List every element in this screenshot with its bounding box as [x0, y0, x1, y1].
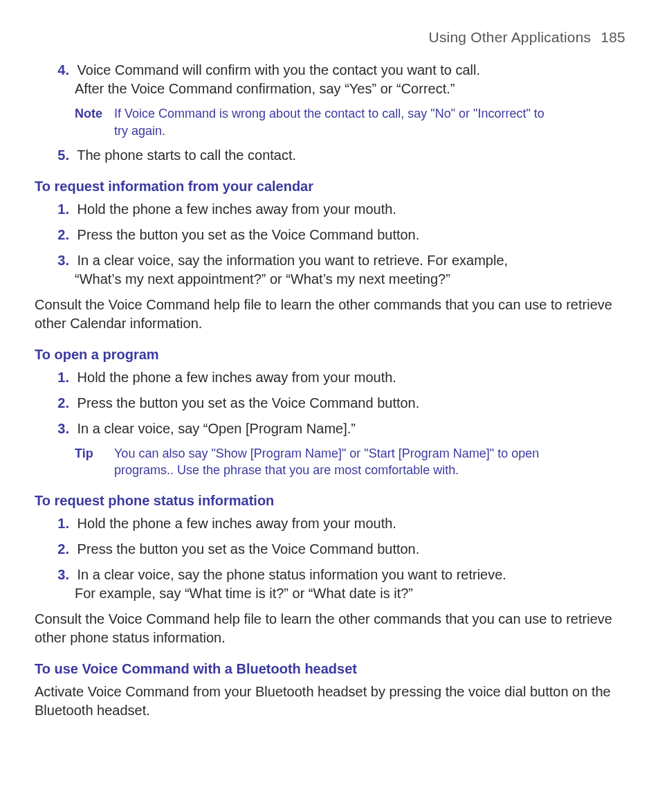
list-text: “What’s my next appointment?” or “What’s…	[75, 270, 625, 289]
list-marker: 3.	[54, 419, 69, 438]
list-marker: 2.	[54, 226, 69, 244]
paragraph: Consult the Voice Command help file to l…	[35, 610, 625, 647]
tip-text: You can also say "Show [Program Name]" o…	[114, 445, 557, 479]
page-header: Using Other Applications 185	[35, 28, 625, 47]
list-item: 2. Press the button you set as the Voice…	[35, 226, 625, 244]
list-item: 2. Press the button you set as the Voice…	[35, 394, 625, 413]
list-text: Voice Command will confirm with you the …	[77, 62, 480, 78]
section-heading-calendar: To request information from your calenda…	[35, 177, 625, 196]
list-item-4: 4. Voice Command will confirm with you t…	[35, 61, 625, 98]
list-text: After the Voice Command confirmation, sa…	[75, 80, 625, 98]
list-item: 1. Hold the phone a few inches away from…	[35, 368, 625, 387]
list-marker: 2.	[54, 540, 69, 559]
list-text: Press the button you set as the Voice Co…	[77, 227, 420, 242]
note-text: If Voice Command is wrong about the cont…	[114, 105, 557, 139]
list-marker: 1.	[54, 368, 69, 387]
list-item: 1. Hold the phone a few inches away from…	[35, 514, 625, 533]
paragraph: Activate Voice Command from your Bluetoo…	[35, 683, 625, 720]
list-item: 1. Hold the phone a few inches away from…	[35, 200, 625, 219]
list-marker: 2.	[54, 394, 69, 413]
list-marker: 4.	[54, 61, 69, 80]
note-label: Note	[75, 105, 111, 122]
list-text: In a clear voice, say the phone status i…	[77, 567, 506, 582]
list-marker: 5.	[54, 146, 69, 165]
list-marker: 3.	[54, 251, 69, 270]
note-callout: Note If Voice Command is wrong about the…	[75, 105, 625, 139]
section-heading-bluetooth: To use Voice Command with a Bluetooth he…	[35, 660, 625, 678]
list-item: 2. Press the button you set as the Voice…	[35, 540, 625, 559]
tip-label: Tip	[75, 445, 111, 462]
list-marker: 3.	[54, 566, 69, 584]
section-heading-open: To open a program	[35, 345, 625, 364]
list-text: In a clear voice, say “Open [Program Nam…	[77, 421, 356, 436]
tip-callout: Tip You can also say "Show [Program Name…	[75, 445, 625, 479]
list-text: Press the button you set as the Voice Co…	[77, 541, 420, 557]
list-marker: 1.	[54, 514, 69, 533]
section-heading-status: To request phone status information	[35, 491, 625, 510]
list-marker: 1.	[54, 200, 69, 219]
page: Using Other Applications 185 4. Voice Co…	[0, 0, 660, 768]
list-text: For example, say “What time is it?” or “…	[75, 584, 625, 603]
list-text: Hold the phone a few inches away from yo…	[77, 370, 396, 385]
list-text: In a clear voice, say the information yo…	[77, 253, 508, 268]
list-item: 3. In a clear voice, say “Open [Program …	[35, 419, 625, 438]
list-item: 3. In a clear voice, say the information…	[35, 251, 625, 289]
list-item: 3. In a clear voice, say the phone statu…	[35, 566, 625, 603]
list-text: Hold the phone a few inches away from yo…	[77, 516, 396, 531]
paragraph: Consult the Voice Command help file to l…	[35, 296, 625, 333]
list-text: The phone starts to call the contact.	[77, 147, 296, 163]
page-number: 185	[601, 29, 625, 45]
list-item-5: 5. The phone starts to call the contact.	[35, 146, 625, 165]
list-text: Press the button you set as the Voice Co…	[77, 395, 420, 410]
header-title: Using Other Applications	[429, 29, 592, 45]
list-text: Hold the phone a few inches away from yo…	[77, 201, 396, 217]
